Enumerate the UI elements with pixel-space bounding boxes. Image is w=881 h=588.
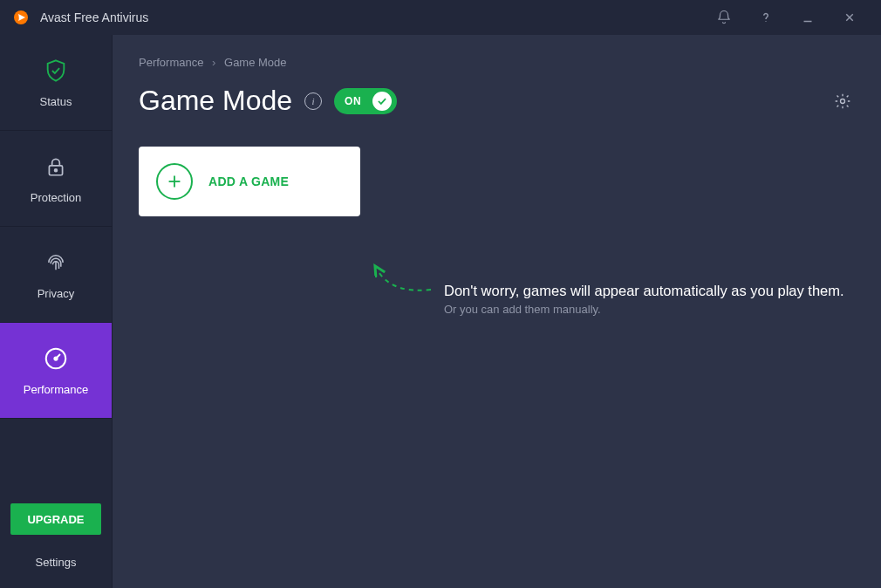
sidebar: Status Protection Privacy xyxy=(0,35,113,588)
chevron-right-icon: › xyxy=(212,56,215,69)
plus-circle-icon xyxy=(156,163,193,200)
gear-icon xyxy=(834,92,851,110)
sidebar-item-label: Privacy xyxy=(38,287,75,300)
breadcrumb-parent[interactable]: Performance xyxy=(139,56,203,69)
breadcrumb: Performance › Game Mode xyxy=(139,56,855,69)
game-mode-toggle[interactable]: ON xyxy=(334,88,397,114)
settings-link[interactable]: Settings xyxy=(0,556,112,588)
fingerprint-icon xyxy=(42,249,70,277)
svg-point-1 xyxy=(765,21,766,22)
settings-label: Settings xyxy=(36,556,77,569)
help-button[interactable] xyxy=(745,0,787,35)
app-title: Avast Free Antivirus xyxy=(40,10,148,24)
shield-check-icon xyxy=(42,57,70,85)
hint-secondary: Or you can add them manually. xyxy=(444,303,844,316)
upgrade-button[interactable]: UPGRADE xyxy=(10,503,101,535)
page-title: Game Mode xyxy=(139,85,292,117)
svg-point-8 xyxy=(54,357,57,359)
minimize-button[interactable] xyxy=(787,0,829,35)
toggle-label: ON xyxy=(345,95,361,107)
sidebar-item-label: Protection xyxy=(31,191,82,204)
hint-text: Don't worry, games will appear automatic… xyxy=(444,283,844,316)
question-icon xyxy=(758,10,774,25)
titlebar: Avast Free Antivirus xyxy=(0,0,881,35)
page-header: Game Mode i ON xyxy=(139,85,855,117)
sidebar-item-status[interactable]: Status xyxy=(0,35,112,131)
check-icon xyxy=(376,95,388,107)
gauge-icon xyxy=(42,345,70,373)
add-game-label: ADD A GAME xyxy=(208,174,289,188)
minimize-icon xyxy=(800,10,816,25)
sidebar-item-privacy[interactable]: Privacy xyxy=(0,227,112,323)
close-icon xyxy=(842,10,857,25)
upgrade-label: UPGRADE xyxy=(27,513,84,526)
sidebar-item-protection[interactable]: Protection xyxy=(0,131,112,227)
lock-icon xyxy=(42,153,70,181)
toggle-knob xyxy=(372,92,392,111)
page-settings-button[interactable] xyxy=(830,89,855,113)
add-game-button[interactable]: ADD A GAME xyxy=(139,147,360,216)
hint-primary: Don't worry, games will appear automatic… xyxy=(444,283,844,299)
svg-point-6 xyxy=(55,169,58,172)
sidebar-item-performance[interactable]: Performance xyxy=(0,323,112,419)
bell-icon xyxy=(716,10,732,25)
notifications-button[interactable] xyxy=(703,0,745,35)
close-button[interactable] xyxy=(829,0,871,35)
svg-point-9 xyxy=(841,99,845,103)
main-content: Performance › Game Mode Game Mode i ON xyxy=(113,35,881,588)
hint-arrow-icon xyxy=(365,263,435,298)
breadcrumb-current: Game Mode xyxy=(224,56,287,69)
avast-logo-icon xyxy=(10,7,31,28)
info-icon: i xyxy=(312,96,315,106)
sidebar-item-label: Status xyxy=(40,95,72,108)
sidebar-item-label: Performance xyxy=(24,383,88,396)
info-button[interactable]: i xyxy=(304,92,322,110)
